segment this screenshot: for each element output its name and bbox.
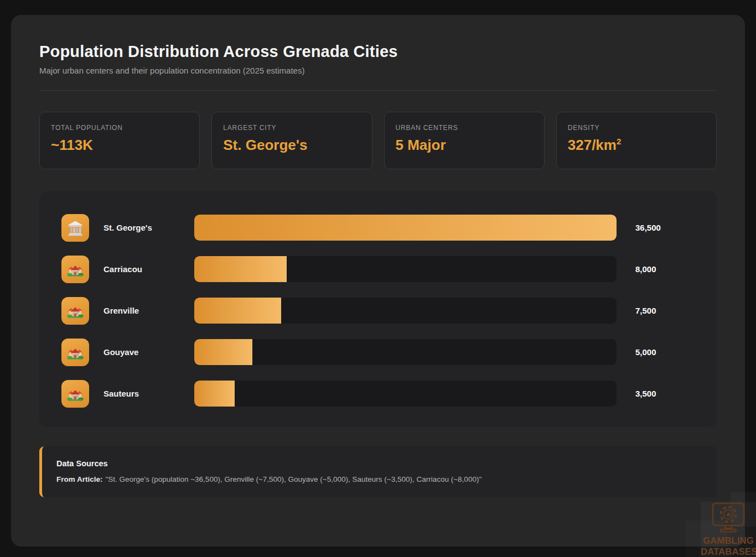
bar-track bbox=[194, 339, 617, 365]
stat-label: TOTAL POPULATION bbox=[51, 124, 188, 132]
gambling-databases-watermark: ♠ GAMBLING DATABASES bbox=[701, 502, 755, 556]
bar-st-georges bbox=[194, 215, 617, 241]
stat-label: URBAN CENTERS bbox=[396, 124, 533, 132]
stat-value: 5 Major bbox=[396, 137, 533, 154]
from-article-label: From Article: bbox=[56, 475, 103, 483]
bar-value: 8,000 bbox=[635, 264, 695, 274]
bar-value: 36,500 bbox=[635, 223, 695, 232]
houses-icon bbox=[61, 380, 89, 408]
bar-track bbox=[194, 215, 617, 241]
stat-card-total-population: TOTAL POPULATION ~113K bbox=[39, 112, 200, 169]
monitor-poker-chip-icon: ♠ bbox=[706, 502, 751, 534]
main-card: Population Distribution Across Grenada C… bbox=[11, 15, 745, 546]
stat-card-largest-city: LARGEST CITY St. George's bbox=[211, 112, 372, 169]
chart-row-carriacou: Carriacou 8,000 bbox=[61, 256, 695, 282]
bar-value: 7,500 bbox=[635, 306, 695, 315]
bar-track bbox=[194, 381, 617, 407]
stat-label: DENSITY bbox=[568, 124, 705, 132]
chart-row-grenville: Grenville 7,500 bbox=[61, 298, 695, 324]
data-sources-line: From Article:"St. George's (population ~… bbox=[56, 475, 701, 483]
houses-icon bbox=[61, 297, 89, 325]
bar-label: St. George's bbox=[103, 223, 194, 232]
bar-label: Gouyave bbox=[103, 347, 194, 357]
stat-value: ~113K bbox=[51, 137, 188, 154]
watermark-text-line1: GAMBLING bbox=[701, 535, 756, 545]
bar-value: 3,500 bbox=[635, 389, 695, 398]
bar-gouyave bbox=[194, 339, 252, 365]
header-divider bbox=[39, 90, 717, 91]
houses-icon bbox=[61, 339, 89, 366]
data-sources-heading: Data Sources bbox=[56, 459, 701, 468]
page-title: Population Distribution Across Grenada C… bbox=[39, 43, 717, 61]
chart-row-sauteurs: Sauteurs 3,500 bbox=[61, 381, 695, 407]
bar-label: Carriacou bbox=[103, 264, 194, 274]
bar-grenville bbox=[194, 298, 281, 324]
bar-track bbox=[194, 256, 617, 282]
stat-value: St. George's bbox=[223, 137, 360, 154]
watermark-text-line2: DATABASES bbox=[701, 546, 756, 556]
population-bar-chart: St. George's 36,500 bbox=[39, 191, 717, 427]
stat-card-density: DENSITY 327/km2 bbox=[556, 112, 717, 169]
bar-label: Grenville bbox=[103, 306, 194, 315]
data-sources-panel: Data Sources From Article:"St. George's … bbox=[39, 446, 717, 497]
stat-value: 327/km2 bbox=[568, 137, 705, 154]
stat-card-urban-centers: URBAN CENTERS 5 Major bbox=[384, 112, 545, 169]
bar-sauteurs bbox=[194, 381, 235, 407]
chart-row-st-georges: St. George's 36,500 bbox=[61, 215, 695, 241]
chart-row-gouyave: Gouyave 5,000 bbox=[61, 339, 695, 365]
houses-icon bbox=[61, 256, 89, 283]
svg-text:♠: ♠ bbox=[725, 511, 732, 519]
bar-value: 5,000 bbox=[635, 347, 695, 357]
page-subtitle: Major urban centers and their population… bbox=[39, 66, 717, 75]
bar-track bbox=[194, 298, 617, 324]
bar-carriacou bbox=[194, 256, 287, 282]
sources-quote: "St. George's (population ~36,500), Gren… bbox=[106, 475, 482, 483]
stats-row: TOTAL POPULATION ~113K LARGEST CITY St. … bbox=[39, 112, 717, 169]
stat-label: LARGEST CITY bbox=[223, 124, 360, 132]
bar-label: Sauteurs bbox=[103, 389, 194, 398]
classical-building-icon bbox=[61, 214, 89, 242]
